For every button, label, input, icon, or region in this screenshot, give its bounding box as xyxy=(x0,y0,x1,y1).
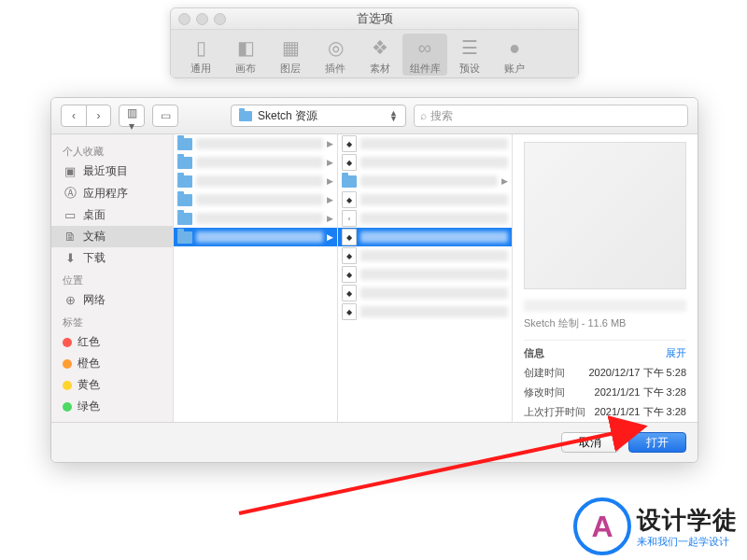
preview-subtitle: Sketch 绘制 - 11.6 MB xyxy=(524,316,686,330)
list-item[interactable]: ◆ xyxy=(338,190,512,209)
sidebar: 个人收藏 ▣最近项目 Ⓐ应用程序 ▭桌面 🗎文稿 ⬇下载 位置 ⊕网络 标签 红… xyxy=(51,134,174,422)
tag-dot-icon xyxy=(63,381,72,390)
view-columns-icon[interactable]: ▥ ▾ xyxy=(120,105,144,126)
tag-dot-icon xyxy=(63,359,72,369)
open-button[interactable]: 打开 xyxy=(628,432,686,453)
tag-orange[interactable]: 橙色 xyxy=(51,353,173,374)
list-item[interactable]: ◆ xyxy=(338,265,512,284)
prefs-title: 首选项 xyxy=(171,10,578,27)
expand-link[interactable]: 展开 xyxy=(666,346,686,360)
sketch-file-icon: ◆ xyxy=(342,154,357,171)
folder-icon xyxy=(177,138,192,150)
folder-icon xyxy=(177,157,192,169)
info-row: 创建时间2020/12/17 下午 5:28 xyxy=(524,363,686,383)
sketch-file-icon: ◆ xyxy=(342,247,357,264)
list-item[interactable]: ◆ xyxy=(338,246,512,265)
folder-icon xyxy=(239,111,252,121)
tab-plugins[interactable]: ◎插件 xyxy=(313,34,358,76)
sketch-file-icon: ◆ xyxy=(342,191,357,208)
path-popup[interactable]: Sketch 资源 ▲▼ xyxy=(231,105,406,127)
folder-icon xyxy=(342,175,357,188)
chevron-updown-icon: ▲▼ xyxy=(389,110,398,121)
group-segment[interactable]: ▭ xyxy=(152,105,178,127)
list-item[interactable]: ◆ xyxy=(338,153,512,172)
network-icon: ⊕ xyxy=(63,293,78,307)
libraries-icon: ∞ xyxy=(402,34,447,62)
open-file-dialog: ‹ › ▥ ▾ ▭ Sketch 资源 ▲▼ ⌕ 搜索 个人收藏 ▣最近项目 Ⓐ… xyxy=(50,97,698,463)
search-field[interactable]: ⌕ 搜索 xyxy=(414,105,688,127)
list-item[interactable]: ▶ xyxy=(174,190,337,209)
list-item[interactable]: ▶ xyxy=(338,172,512,190)
list-item[interactable]: ▶ xyxy=(174,209,337,228)
folder-icon xyxy=(177,231,192,244)
search-icon: ⌕ xyxy=(420,109,427,122)
sidebar-recents[interactable]: ▣最近项目 xyxy=(51,161,173,182)
tag-dot-icon xyxy=(63,402,72,412)
watermark: A 设计学徒 来和我们一起学设计 xyxy=(573,497,738,555)
forward-button[interactable]: › xyxy=(86,105,110,126)
sidebar-downloads[interactable]: ⬇下载 xyxy=(51,247,173,269)
logo-tagline: 来和我们一起学设计 xyxy=(637,535,738,549)
tab-libraries[interactable]: ∞组件库 xyxy=(402,34,447,76)
list-item[interactable]: ◆ xyxy=(338,284,512,302)
list-item[interactable]: ▶ xyxy=(174,134,337,153)
view-segment[interactable]: ▥ ▾ xyxy=(119,105,145,127)
sketch-file-icon: ◆ xyxy=(342,303,357,320)
list-item[interactable]: ◆ xyxy=(338,134,512,153)
list-item-selected[interactable]: ◆ xyxy=(338,228,512,246)
tag-red[interactable]: 红色 xyxy=(51,331,173,353)
sketch-file-icon: ◆ xyxy=(342,266,357,283)
sketch-file-icon: ◆ xyxy=(342,229,357,245)
assets-icon: ❖ xyxy=(358,34,402,62)
locations-header: 位置 xyxy=(51,269,173,289)
tab-canvas[interactable]: ◧画布 xyxy=(223,34,268,76)
tag-dot-icon xyxy=(63,338,72,347)
column-1[interactable]: ▶ ▶ ▶ ▶ ▶ ▶ xyxy=(174,134,338,422)
sidebar-applications[interactable]: Ⓐ应用程序 xyxy=(51,182,173,204)
logo-text: 设计学徒 xyxy=(637,504,738,537)
preferences-window: 首选项 ▯通用 ◧画布 ▦图层 ◎插件 ❖素材 ∞组件库 ☰预设 ●账户 xyxy=(170,7,579,78)
logo-icon: A xyxy=(573,497,631,555)
list-item[interactable]: ▶ xyxy=(174,153,337,172)
folder-icon xyxy=(177,175,192,188)
tab-assets[interactable]: ❖素材 xyxy=(358,34,402,76)
cancel-button[interactable]: 取消 xyxy=(561,432,619,453)
sidebar-network[interactable]: ⊕网络 xyxy=(51,289,173,311)
info-header: 信息 xyxy=(524,346,544,360)
sketch-file-icon: ◆ xyxy=(342,135,357,152)
desktop-icon: ▭ xyxy=(63,208,78,222)
tab-general[interactable]: ▯通用 xyxy=(178,34,223,76)
column-2[interactable]: ◆ ◆ ▶ ◆ ▫ ◆ ◆ ◆ ◆ ◆ xyxy=(338,134,513,422)
tab-account[interactable]: ●账户 xyxy=(492,34,537,76)
list-item-selected[interactable]: ▶ xyxy=(174,228,337,246)
tab-layers[interactable]: ▦图层 xyxy=(268,34,313,76)
column-browser: ▶ ▶ ▶ ▶ ▶ ▶ ◆ ◆ ▶ ◆ ▫ ◆ ◆ ◆ ◆ ◆ xyxy=(174,134,698,422)
sidebar-desktop[interactable]: ▭桌面 xyxy=(51,204,173,226)
general-icon: ▯ xyxy=(178,34,223,62)
group-icon[interactable]: ▭ xyxy=(153,105,177,126)
preview-thumbnail xyxy=(524,142,686,289)
nav-segment: ‹ › xyxy=(61,105,111,127)
documents-icon: 🗎 xyxy=(63,230,78,244)
tag-green[interactable]: 绿色 xyxy=(51,396,173,417)
path-label: Sketch 资源 xyxy=(258,108,317,124)
list-item[interactable]: ▶ xyxy=(174,172,337,190)
search-placeholder: 搜索 xyxy=(430,108,453,124)
downloads-icon: ⬇ xyxy=(63,251,78,265)
prefs-toolbar: ▯通用 ◧画布 ▦图层 ◎插件 ❖素材 ∞组件库 ☰预设 ●账户 xyxy=(171,30,578,77)
applications-icon: Ⓐ xyxy=(63,185,78,202)
preview-pane: Sketch 绘制 - 11.6 MB 信息 展开 创建时间2020/12/17… xyxy=(513,134,698,422)
plugins-icon: ◎ xyxy=(313,34,358,62)
back-button[interactable]: ‹ xyxy=(62,105,86,126)
sidebar-documents[interactable]: 🗎文稿 xyxy=(51,226,173,247)
list-item[interactable]: ◆ xyxy=(338,302,512,321)
folder-icon xyxy=(177,194,192,206)
info-row: 修改时间2021/1/21 下午 3:28 xyxy=(524,383,686,402)
recents-icon: ▣ xyxy=(63,164,78,178)
list-item[interactable]: ▫ xyxy=(338,209,512,228)
tag-yellow[interactable]: 黄色 xyxy=(51,374,173,396)
favorites-header: 个人收藏 xyxy=(51,140,173,161)
presets-icon: ☰ xyxy=(447,34,492,62)
folder-icon xyxy=(177,213,192,225)
tab-presets[interactable]: ☰预设 xyxy=(447,34,492,76)
